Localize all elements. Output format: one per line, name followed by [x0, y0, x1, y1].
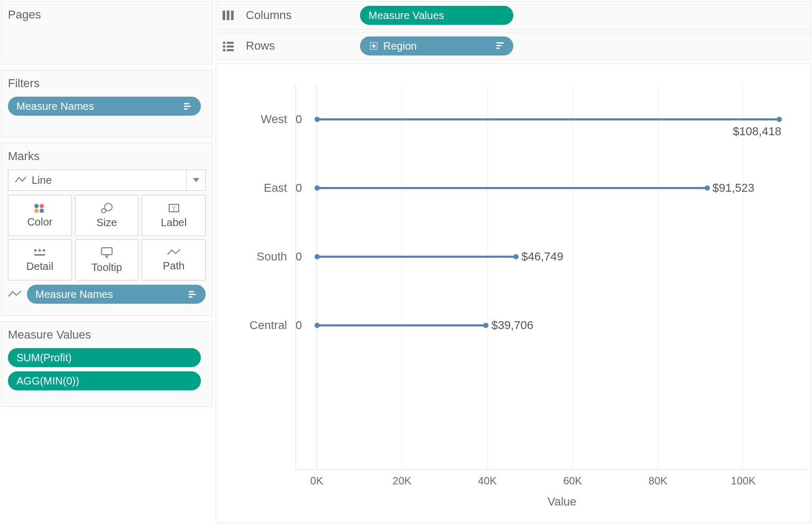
svg-rect-27 [227, 45, 234, 48]
track: $46,749 [317, 222, 807, 291]
svg-point-13 [39, 249, 41, 251]
measure-values-title: Measure Values [8, 328, 206, 342]
columns-label: Columns [246, 8, 352, 22]
svg-rect-22 [227, 11, 229, 20]
svg-rect-29 [227, 49, 234, 51]
mark-color-label: Color [27, 216, 52, 228]
svg-rect-20 [189, 296, 192, 297]
mark-path-label: Path [163, 260, 184, 272]
filter-pill-label: Measure Names [16, 100, 179, 113]
filters-card: Filters Measure Names [1, 70, 213, 137]
axis-tick: 20K [393, 475, 412, 487]
pages-card: Pages [1, 1, 213, 64]
lollipop-bar[interactable] [317, 256, 516, 258]
lollipop-bar[interactable] [317, 187, 707, 189]
value-label: $39,706 [491, 319, 533, 332]
line-icon [15, 176, 26, 184]
mv-pill-label: AGG(MIN(0)) [16, 375, 192, 387]
path-icon [167, 248, 181, 257]
marks-title: Marks [8, 149, 206, 163]
sort-icon [183, 101, 192, 111]
value-label: $108,418 [733, 125, 781, 138]
sort-icon [188, 289, 197, 299]
path-pill-measure-names[interactable]: Measure Names [27, 285, 206, 304]
lollipop-bar[interactable] [317, 324, 486, 326]
svg-marker-17 [105, 255, 108, 258]
x-axis-title: Value [317, 495, 807, 509]
mark-tooltip-label: Tooltip [91, 261, 122, 274]
mark-label-button[interactable]: T Label [142, 195, 206, 236]
svg-point-5 [40, 204, 44, 208]
mark-detail-button[interactable]: Detail [8, 239, 72, 280]
mv-pill-sum-profit[interactable]: SUM(Profit) [8, 348, 201, 367]
filters-title: Filters [8, 77, 206, 90]
mark-label-label: Label [161, 217, 187, 229]
path-pill-label: Measure Names [35, 288, 183, 301]
category-label: South [216, 250, 296, 264]
rows-label: Rows [246, 39, 352, 53]
svg-rect-19 [189, 294, 196, 295]
svg-point-9 [102, 209, 106, 213]
track: $108,418 [317, 85, 807, 154]
svg-rect-15 [34, 254, 45, 256]
marks-type-dropdown[interactable] [186, 170, 205, 190]
svg-point-4 [34, 204, 39, 208]
mark-size-label: Size [97, 217, 117, 229]
svg-rect-33 [496, 42, 504, 43]
mark-size-button[interactable]: Size [75, 195, 139, 236]
mark-color-button[interactable]: Color [8, 195, 72, 236]
svg-text:T: T [172, 205, 176, 212]
track: $39,706 [317, 291, 807, 360]
category-label: Central [216, 319, 296, 332]
mark-tooltip-button[interactable]: Tooltip [75, 239, 139, 280]
columns-icon [222, 10, 237, 21]
svg-rect-25 [227, 42, 234, 44]
svg-point-6 [34, 209, 39, 213]
svg-point-12 [34, 249, 37, 251]
svg-rect-1 [184, 106, 191, 107]
rows-pill-region[interactable]: Region [360, 36, 513, 55]
lollipop-bar[interactable] [317, 118, 779, 120]
svg-rect-18 [189, 291, 194, 292]
svg-rect-21 [223, 11, 225, 20]
rows-pill-label: Region [383, 40, 491, 52]
mark-path-button[interactable]: Path [142, 239, 206, 280]
mv-pill-agg-min0[interactable]: AGG(MIN(0)) [8, 371, 201, 390]
measure-values-card: Measure Values SUM(Profit) AGG(MIN(0)) [1, 321, 213, 407]
tooltip-icon [100, 247, 114, 258]
mv-pill-label: SUM(Profit) [16, 352, 192, 364]
sort-desc-icon [495, 41, 505, 51]
svg-rect-16 [102, 248, 112, 255]
mark-detail-label: Detail [26, 260, 53, 273]
svg-rect-32 [372, 45, 376, 46]
svg-rect-2 [184, 108, 188, 109]
svg-rect-23 [231, 11, 234, 20]
svg-point-28 [223, 49, 226, 52]
svg-point-14 [43, 249, 45, 251]
viz-canvas[interactable]: West0$108,418East0$91,523South0$46,749Ce… [216, 63, 811, 523]
rows-shelf[interactable]: Rows Region [216, 32, 811, 60]
columns-shelf[interactable]: Columns Measure Values [216, 1, 811, 30]
axis-tick: 60K [563, 475, 582, 487]
svg-rect-0 [184, 103, 189, 104]
color-icon [32, 203, 47, 213]
track: $91,523 [317, 154, 807, 222]
value-label: $91,523 [713, 181, 755, 195]
svg-point-26 [223, 45, 226, 48]
svg-point-24 [223, 42, 226, 44]
value-label: $46,749 [521, 250, 564, 264]
expand-icon [368, 41, 379, 51]
svg-marker-3 [193, 178, 199, 182]
axis-tick: 100K [731, 475, 756, 487]
rows-icon [222, 40, 237, 52]
axis-tick: 40K [478, 475, 497, 487]
marks-type-select[interactable]: Line [8, 170, 206, 191]
columns-pill-measure-values[interactable]: Measure Values [360, 6, 513, 25]
category-label: East [216, 181, 296, 195]
size-icon [100, 203, 114, 213]
filter-pill-measure-names[interactable]: Measure Names [8, 97, 201, 116]
marks-type-label: Line [32, 174, 52, 186]
pages-title: Pages [8, 8, 206, 22]
line-icon [8, 290, 22, 298]
label-icon: T [168, 203, 180, 213]
